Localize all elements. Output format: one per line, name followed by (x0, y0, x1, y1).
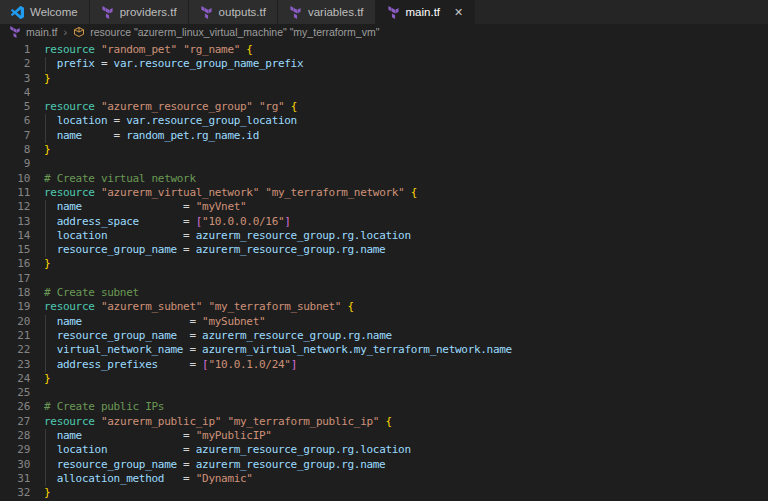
code-line[interactable]: 25 (0, 386, 768, 400)
code-text: } (44, 372, 50, 386)
code-line[interactable]: 17 (0, 272, 768, 286)
tab-label: outputs.tf (219, 6, 266, 18)
code-line[interactable]: 9 (0, 157, 768, 171)
line-number: 23 (0, 358, 30, 372)
code-line[interactable]: 6 location = var.resource_group_location (0, 114, 768, 128)
code-line[interactable]: 26# Create public IPs (0, 400, 768, 414)
tab-label: variables.tf (308, 6, 364, 18)
code-line[interactable]: 28 name = "myPublicIP" (0, 429, 768, 443)
code-text: } (44, 486, 50, 500)
line-number: 6 (0, 114, 30, 128)
indent-guide (45, 343, 46, 357)
line-number: 17 (0, 272, 30, 286)
code-line[interactable]: 27resource "azurerm_public_ip" "my_terra… (0, 415, 768, 429)
code-text: location = azurerm_resource_group.rg.loc… (44, 229, 411, 243)
line-number: 26 (0, 400, 30, 414)
code-text: resource "random_pet" "rg_name" { (44, 43, 253, 57)
code-text: resource "azurerm_subnet" "my_terraform_… (44, 300, 354, 314)
code-text: allocation_method = "Dynamic" (44, 472, 253, 486)
indent-guide (45, 129, 46, 143)
code-line[interactable]: 8} (0, 143, 768, 157)
terraform-icon (9, 26, 21, 38)
indent-guide (45, 229, 46, 243)
code-text: resource_group_name = azurerm_resource_g… (44, 329, 392, 343)
code-text: # Create subnet (44, 286, 139, 300)
code-line[interactable]: 13 address_space = ["10.0.0.0/16"] (0, 215, 768, 229)
code-line[interactable]: 19resource "azurerm_subnet" "my_terrafor… (0, 300, 768, 314)
code-line[interactable]: 20 name = "mySubnet" (0, 315, 768, 329)
tab-providers-tf[interactable]: providers.tf (90, 0, 189, 24)
code-line[interactable]: 15 resource_group_name = azurerm_resourc… (0, 243, 768, 257)
indent-guide (45, 458, 46, 472)
code-text: # Create virtual network (44, 172, 196, 186)
indent-guide (45, 315, 46, 329)
code-text: name = "myVnet" (44, 200, 246, 214)
code-line[interactable]: 4 (0, 86, 768, 100)
code-line[interactable]: 10# Create virtual network (0, 172, 768, 186)
tab-label: main.tf (406, 6, 441, 18)
code-line[interactable]: 32} (0, 486, 768, 500)
code-line[interactable]: 31 allocation_method = "Dynamic" (0, 472, 768, 486)
line-number: 15 (0, 243, 30, 257)
code-text: resource "azurerm_virtual_network" "my_t… (44, 186, 417, 200)
indent-guide (45, 358, 46, 372)
terraform-icon (101, 6, 114, 19)
code-line[interactable]: 12 name = "myVnet" (0, 200, 768, 214)
chevron-right-icon: › (64, 26, 68, 38)
code-text: resource_group_name = azurerm_resource_g… (44, 458, 385, 472)
code-line[interactable]: 11resource "azurerm_virtual_network" "my… (0, 186, 768, 200)
line-number: 28 (0, 429, 30, 443)
line-number: 2 (0, 57, 30, 71)
code-text: prefix = var.resource_group_name_prefix (44, 57, 303, 71)
terraform-icon (200, 6, 213, 19)
tab-variables-tf[interactable]: variables.tf (278, 0, 376, 24)
tab-bar: Welcomeproviders.tfoutputs.tfvariables.t… (0, 0, 768, 24)
code-line[interactable]: 5resource "azurerm_resource_group" "rg" … (0, 100, 768, 114)
line-number: 12 (0, 200, 30, 214)
tab-Welcome[interactable]: Welcome (0, 0, 90, 24)
code-line[interactable]: 30 resource_group_name = azurerm_resourc… (0, 458, 768, 472)
line-number: 25 (0, 386, 30, 400)
tab-label: Welcome (30, 6, 78, 18)
code-line[interactable]: 22 virtual_network_name = azurerm_virtua… (0, 343, 768, 357)
line-number: 5 (0, 100, 30, 114)
indent-guide (45, 57, 46, 71)
code-text: location = var.resource_group_location (44, 114, 297, 128)
code-line[interactable]: 21 resource_group_name = azurerm_resourc… (0, 329, 768, 343)
code-line[interactable]: 1resource "random_pet" "rg_name" { (0, 43, 768, 57)
code-line[interactable]: 3} (0, 72, 768, 86)
line-number: 18 (0, 286, 30, 300)
code-line[interactable]: 23 address_prefixes = ["10.0.1.0/24"] (0, 358, 768, 372)
tab-outputs-tf[interactable]: outputs.tf (189, 0, 278, 24)
line-number: 19 (0, 300, 30, 314)
code-text: name = "myPublicIP" (44, 429, 272, 443)
code-line[interactable]: 7 name = random_pet.rg_name.id (0, 129, 768, 143)
terraform-icon (387, 6, 400, 19)
tab-main-tf[interactable]: main.tf✕ (376, 0, 476, 24)
line-number: 21 (0, 329, 30, 343)
line-number: 10 (0, 172, 30, 186)
line-number: 31 (0, 472, 30, 486)
line-number: 1 (0, 43, 30, 57)
code-line[interactable]: 16} (0, 257, 768, 271)
code-text: address_space = ["10.0.0.0/16"] (44, 215, 291, 229)
close-icon[interactable]: ✕ (454, 7, 463, 18)
breadcrumb-file[interactable]: main.tf (26, 26, 58, 38)
code-text: address_prefixes = ["10.0.1.0/24"] (44, 358, 297, 372)
symbol-field-icon (73, 26, 85, 38)
terraform-icon (289, 6, 302, 19)
indent-guide (45, 429, 46, 443)
indent-guide (45, 114, 46, 128)
code-line[interactable]: 29 location = azurerm_resource_group.rg.… (0, 443, 768, 457)
code-line[interactable]: 18# Create subnet (0, 286, 768, 300)
code-editor[interactable]: 1resource "random_pet" "rg_name" {2 pref… (0, 40, 768, 501)
code-text: } (44, 72, 50, 86)
indent-guide (45, 329, 46, 343)
code-line[interactable]: 2 prefix = var.resource_group_name_prefi… (0, 57, 768, 71)
line-number: 7 (0, 129, 30, 143)
breadcrumb-symbol[interactable]: resource "azurerm_linux_virtual_machine"… (90, 26, 379, 38)
breadcrumb: main.tf › resource "azurerm_linux_virtua… (0, 24, 768, 40)
line-number: 22 (0, 343, 30, 357)
code-line[interactable]: 24} (0, 372, 768, 386)
code-line[interactable]: 14 location = azurerm_resource_group.rg.… (0, 229, 768, 243)
